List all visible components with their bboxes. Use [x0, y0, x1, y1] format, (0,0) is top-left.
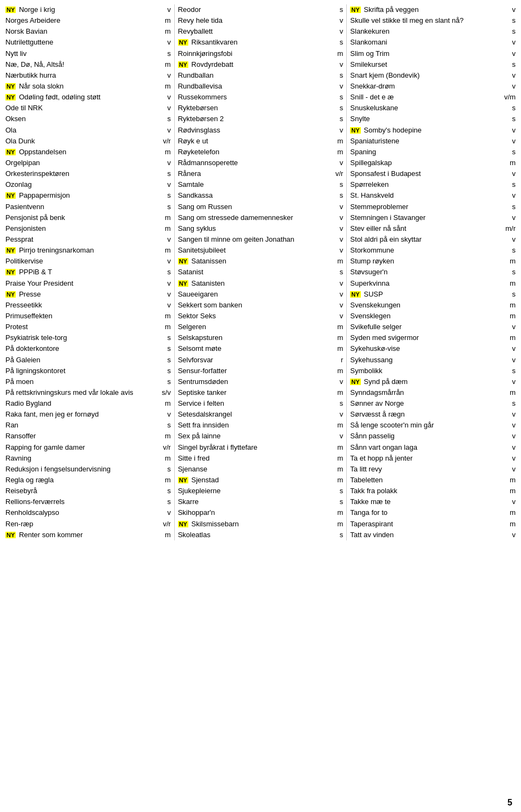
- list-item: NY Renter som kommerm: [5, 530, 171, 540]
- item-code: m: [328, 507, 343, 518]
- item-title: Superkvinna: [350, 278, 500, 289]
- list-item: Spørrelekens: [350, 179, 516, 190]
- list-item: Svenskekungenm: [350, 300, 516, 311]
- item-title: Ravning: [5, 453, 156, 464]
- list-item: På rettskrivningskurs med vår lokale avi…: [5, 387, 171, 398]
- item-title: NY Rovdyrdebatt: [178, 59, 328, 70]
- item-code: v: [156, 234, 171, 245]
- list-item: Norges Arbeiderem: [5, 15, 171, 26]
- item-code: v/m: [500, 92, 516, 103]
- item-code: v: [328, 15, 343, 26]
- item-title: Orkesterinspektøren: [5, 168, 156, 179]
- item-title: Pasientvenn: [5, 202, 156, 212]
- list-item: Ravningm: [5, 453, 171, 464]
- item-code: m: [156, 223, 171, 234]
- item-code: m: [328, 519, 343, 530]
- item-title: Rådmannsoperette: [178, 158, 328, 168]
- item-code: s: [500, 59, 516, 70]
- item-code: m: [156, 15, 171, 26]
- item-code: s: [328, 179, 343, 190]
- list-item: Raka fant, men jeg er fornøydv: [5, 409, 171, 420]
- item-title: Sånn passelig: [350, 431, 500, 442]
- ny-badge: NY: [350, 127, 360, 134]
- list-item: Ren-ræpv/r: [5, 519, 171, 530]
- ny-badge: NY: [178, 477, 188, 483]
- item-title: Nytt liv: [5, 48, 156, 59]
- item-title: Sykehussang: [350, 355, 500, 366]
- list-item: NY Oppstandelsenm: [5, 147, 171, 158]
- item-code: s: [156, 464, 171, 475]
- item-code: s: [500, 398, 516, 409]
- item-code: v: [156, 4, 171, 15]
- list-item: NY Satanistenv: [178, 278, 344, 289]
- item-code: v: [156, 507, 171, 518]
- item-code: m: [500, 278, 516, 289]
- item-code: v: [500, 234, 516, 245]
- item-title: Revy hele tida: [178, 15, 328, 26]
- item-code: v: [156, 300, 171, 311]
- item-code: m: [500, 519, 516, 530]
- item-title: Renholdscalypso: [5, 507, 156, 518]
- list-item: Ryktebørsens: [178, 103, 344, 114]
- item-code: v: [156, 125, 171, 136]
- list-item: Politikervisev: [5, 256, 171, 267]
- list-item: Praise Your Presidentv: [5, 278, 171, 289]
- item-code: v: [500, 37, 516, 48]
- item-title: St. Hanskveld: [350, 190, 500, 201]
- item-title: NY Satanisten: [178, 278, 328, 289]
- item-code: v: [500, 4, 516, 15]
- item-code: s: [156, 114, 171, 124]
- item-title: Støvsuger'n: [350, 267, 500, 278]
- list-item: NY Skilsmissebarnm: [178, 519, 344, 530]
- item-title: Sponsafest i Budapest: [350, 168, 500, 179]
- item-title: Sett fra innsiden: [178, 420, 328, 431]
- item-code: s: [500, 245, 516, 256]
- list-item: Setesdalskrangelv: [178, 409, 344, 420]
- item-title: På dokterkontore: [5, 343, 156, 354]
- ny-badge: NY: [5, 532, 16, 538]
- item-title: Revyballett: [178, 26, 328, 37]
- item-title: Snuskeluskane: [350, 103, 500, 114]
- item-code: s: [500, 179, 516, 190]
- item-code: m: [500, 507, 516, 518]
- list-item: Skoleatlass: [178, 530, 344, 540]
- list-item: Rans: [5, 420, 171, 431]
- item-code: v: [500, 81, 516, 92]
- item-title: Rundballan: [178, 70, 328, 81]
- list-item: Sektor Seksv: [178, 311, 344, 322]
- list-item: Sønner av Norges: [350, 398, 516, 409]
- item-code: v: [156, 37, 171, 48]
- list-item: Sensur-forfatterm: [178, 366, 344, 376]
- item-title: Nærbutikk hurra: [5, 70, 156, 81]
- item-code: m: [328, 453, 343, 464]
- list-item: NY Når sola sloknm: [5, 81, 171, 92]
- item-title: Ode til NRK: [5, 103, 156, 114]
- main-page: NY Norge i krigvNorges ArbeideremNorsk B…: [0, 0, 521, 545]
- item-code: m: [328, 420, 343, 431]
- item-title: Taperaspirant: [350, 519, 500, 530]
- item-code: v: [328, 212, 343, 223]
- ny-badge: NY: [5, 94, 16, 100]
- item-title: Regla og rægla: [5, 475, 156, 486]
- list-item: Skarres: [178, 496, 344, 507]
- item-title: Symbolikk: [350, 366, 500, 376]
- list-item: Pensjonist på benkm: [5, 212, 171, 223]
- ny-badge: NY: [350, 291, 360, 298]
- list-item: Sang om stressede damemenneskerv: [178, 212, 344, 223]
- item-code: v: [500, 464, 516, 475]
- item-code: s: [156, 168, 171, 179]
- list-item: Rådmannsoperettev: [178, 158, 344, 168]
- item-code: v: [156, 278, 171, 289]
- item-title: Reodor: [178, 4, 328, 15]
- item-title: På ligningskontoret: [5, 366, 156, 376]
- item-title: Rapping for gamle damer: [5, 442, 156, 453]
- item-code: s: [156, 332, 171, 343]
- item-title: Tanga for to: [350, 507, 500, 518]
- list-item: Nytt livs: [5, 48, 171, 59]
- item-title: Skihoppar'n: [178, 507, 328, 518]
- item-code: v: [500, 355, 516, 366]
- item-code: v: [156, 103, 171, 114]
- item-title: NY Når sola slokn: [5, 81, 156, 92]
- item-code: v/r: [156, 136, 171, 147]
- item-code: v: [500, 48, 516, 59]
